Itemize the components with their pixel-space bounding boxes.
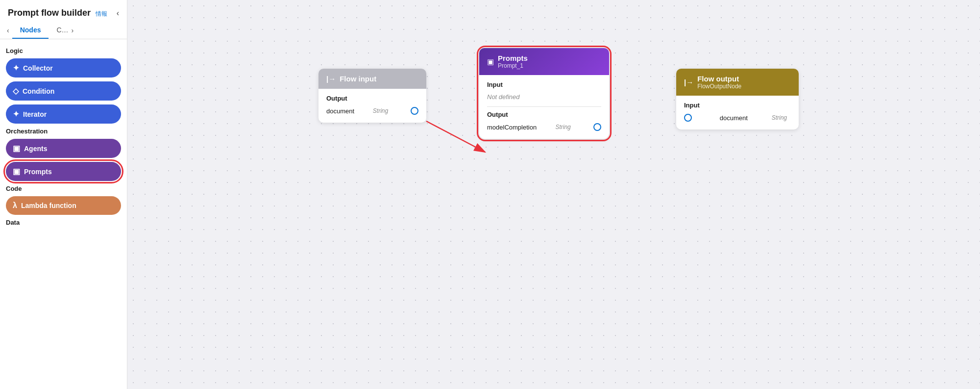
prompts-node-title: Prompts: [498, 54, 528, 62]
prompts-header-text: Prompts Prompt_1: [498, 54, 528, 69]
sidebar-collapse-button[interactable]: ‹: [117, 9, 119, 18]
prompts-not-defined-row: Not defined: [487, 91, 601, 103]
node-btn-lambda[interactable]: λ Lambda function: [6, 196, 121, 215]
section-label-data: Data: [6, 219, 121, 226]
flow-output-document-row: document String: [684, 112, 791, 124]
iterator-icon: ✦: [13, 109, 19, 119]
sidebar-info[interactable]: 情報: [96, 10, 107, 17]
tab-next-button[interactable]: ›: [68, 25, 76, 36]
flow-output-header-text: Flow output FlowOutputNode: [697, 75, 741, 90]
prompts-output-label: Output: [487, 111, 601, 118]
flow-input-document-row: document String: [326, 105, 418, 117]
prompts-icon: ▣: [13, 167, 20, 176]
flow-input-header: |→ Flow input: [318, 69, 426, 89]
flow-input-title: Flow input: [340, 75, 376, 83]
flow-output-document-type: String: [772, 114, 787, 121]
node-btn-iterator[interactable]: ✦ Iterator: [6, 104, 121, 124]
prompts-divider: [487, 106, 601, 107]
flow-output-title: Flow output: [697, 75, 741, 83]
prompts-model-completion-type: String: [555, 124, 570, 130]
prompts-header-icon: ▣: [487, 57, 494, 66]
sidebar-title: Prompt flow builder: [8, 8, 91, 18]
section-label-logic: Logic: [6, 47, 121, 54]
flow-output-document-name: document: [720, 114, 748, 122]
flow-output-node[interactable]: |→ Flow output FlowOutputNode Input docu…: [676, 69, 799, 130]
tab-nodes[interactable]: Nodes: [12, 22, 49, 39]
flow-output-subtitle: FlowOutputNode: [697, 83, 741, 90]
flow-output-input-label: Input: [684, 102, 791, 109]
prompts-not-defined: Not defined: [487, 93, 520, 101]
flow-output-header-icon: |→: [684, 78, 693, 86]
flow-output-header: |→ Flow output FlowOutputNode: [676, 69, 799, 96]
lambda-label: Lambda function: [21, 202, 76, 209]
flow-output-body: Input document String: [676, 96, 799, 130]
node-btn-condition[interactable]: ◇ Condition: [6, 81, 121, 101]
flow-input-node[interactable]: |→ Flow input Output document String: [318, 69, 426, 123]
prompts-model-completion-name: modelCompletion: [487, 124, 537, 131]
section-label-code: Code: [6, 185, 121, 192]
condition-label: Condition: [23, 87, 54, 95]
section-label-orchestration: Orchestration: [6, 128, 121, 135]
agents-icon: ▣: [13, 144, 20, 153]
tab-co[interactable]: Co: [49, 22, 68, 39]
lambda-icon: λ: [13, 201, 17, 210]
flow-input-document-name: document: [326, 107, 354, 115]
node-btn-agents[interactable]: ▣ Agents: [6, 139, 121, 158]
collector-label: Collector: [23, 64, 53, 72]
sidebar-title-area: Prompt flow builder 情報: [8, 8, 107, 18]
prompts-model-completion-row: modelCompletion String: [487, 121, 601, 133]
prompts-node-subtitle: Prompt_1: [498, 62, 528, 69]
iterator-label: Iterator: [23, 110, 47, 118]
canvas: |→ Flow input Output document String ▣ P…: [127, 0, 980, 389]
flow-input-output-label: Output: [326, 95, 418, 102]
flow-input-document-type: String: [373, 107, 388, 114]
flow-input-header-text: Flow input: [340, 75, 376, 83]
prompts-header: ▣ Prompts Prompt_1: [479, 48, 609, 75]
flow-input-body: Output document String: [318, 89, 426, 123]
prompts-body: Input Not defined Output modelCompletion…: [479, 75, 609, 139]
sidebar: Prompt flow builder 情報 ‹ ‹ Nodes Co › Lo…: [0, 0, 127, 389]
svg-line-1: [426, 121, 485, 152]
collector-icon: ✦: [13, 63, 19, 73]
tab-bar: ‹ Nodes Co ›: [0, 22, 127, 39]
node-btn-collector[interactable]: ✦ Collector: [6, 58, 121, 78]
condition-icon: ◇: [13, 86, 19, 96]
prompts-label: Prompts: [24, 168, 52, 176]
flow-input-header-icon: |→: [326, 75, 336, 83]
tab-prev-button[interactable]: ‹: [4, 25, 12, 36]
sidebar-header: Prompt flow builder 情報 ‹: [0, 0, 127, 18]
prompts-flow-node[interactable]: ▣ Prompts Prompt_1 Input Not defined Out…: [479, 48, 609, 139]
prompts-output-port[interactable]: [593, 123, 601, 131]
flow-input-output-port[interactable]: [411, 107, 418, 115]
node-btn-prompts[interactable]: ▣ Prompts: [6, 162, 121, 181]
sidebar-content: Logic ✦ Collector ◇ Condition ✦ Iterator…: [0, 39, 127, 389]
flow-output-input-port[interactable]: [684, 114, 692, 122]
prompts-input-label: Input: [487, 81, 601, 88]
agents-label: Agents: [24, 145, 47, 153]
